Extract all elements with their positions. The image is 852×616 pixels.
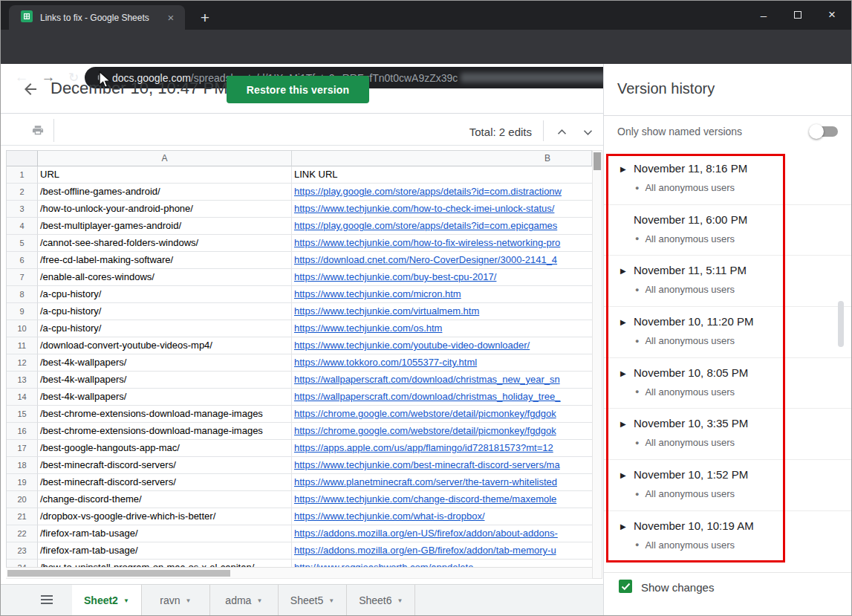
link-url-cell[interactable]: https://www.techjunkie.com/micron.htm (292, 286, 592, 303)
link-url-cell[interactable]: LINK URL (292, 166, 592, 184)
row-number-cell[interactable]: 15 (7, 406, 38, 423)
window-minimize-button[interactable]: – (747, 0, 781, 30)
url-cell[interactable]: /best-minecraft-discord-servers/ (38, 474, 292, 491)
row-number-cell[interactable]: 3 (7, 201, 38, 218)
sheet-tab[interactable]: adma ▼ (210, 585, 279, 616)
link-url-cell[interactable]: https://www.techjunkie.com/what-is-dropb… (292, 508, 592, 525)
link-url-cell[interactable]: https://www.tokkoro.com/1055377-city.htm… (292, 354, 592, 372)
select-all-corner-cell[interactable] (7, 151, 38, 166)
sheet-tab[interactable]: Sheet5 ▼ (279, 585, 347, 616)
link-url-cell[interactable]: https://www.techjunkie.com/how-to-fix-wi… (292, 235, 592, 252)
url-cell[interactable]: /a-cpu-history/ (38, 320, 292, 337)
row-number-cell[interactable]: 16 (7, 423, 38, 440)
sheet-tab[interactable]: Sheet6 ▼ (347, 585, 415, 616)
url-cell[interactable]: /best-minecraft-discord-servers/ (38, 457, 292, 474)
url-cell[interactable]: URL (38, 166, 292, 184)
version-list-item[interactable]: ▶ November 11, 6:00 PM ●All anonymous us… (604, 205, 852, 256)
column-header-a[interactable]: A (38, 151, 292, 166)
expand-arrow-icon[interactable]: ▶ (620, 471, 626, 479)
row-number-cell[interactable]: 10 (7, 320, 38, 337)
row-number-cell[interactable]: 18 (7, 457, 38, 474)
row-number-cell[interactable]: 1 (7, 166, 38, 184)
row-number-cell[interactable]: 14 (7, 389, 38, 406)
url-cell[interactable]: /download-convert-youtube-videos-mp4/ (38, 337, 292, 354)
row-number-cell[interactable]: 13 (7, 372, 38, 389)
all-sheets-menu-icon[interactable] (41, 594, 60, 609)
named-versions-toggle[interactable] (811, 126, 838, 137)
expand-arrow-icon[interactable]: ▶ (620, 522, 626, 531)
url-cell[interactable]: /best-google-hangouts-app-mac/ (38, 440, 292, 457)
expand-arrow-icon[interactable]: ▶ (620, 369, 626, 377)
link-url-cell[interactable]: https://addons.mozilla.org/en-US/firefox… (292, 525, 592, 542)
link-url-cell[interactable]: https://addons.mozilla.org/en-GB/firefox… (292, 542, 592, 560)
row-number-cell[interactable]: 7 (7, 269, 38, 286)
show-changes-checkbox[interactable] (619, 580, 632, 593)
url-cell[interactable]: /enable-all-cores-windows/ (38, 269, 292, 286)
browser-tab[interactable]: Links to fix - Google Sheets × (9, 5, 185, 30)
row-number-cell[interactable]: 21 (7, 508, 38, 525)
link-url-cell[interactable]: https://wallpaperscraft.com/download/chr… (292, 372, 592, 389)
new-tab-button[interactable]: + (195, 7, 215, 28)
sheet-vertical-scrollbar[interactable] (592, 150, 602, 579)
url-cell[interactable]: /a-cpu-history/ (38, 286, 292, 303)
url-cell[interactable]: /firefox-ram-tab-usage/ (38, 542, 292, 560)
row-number-cell[interactable]: 17 (7, 440, 38, 457)
version-list-item[interactable]: ▶ November 10, 11:20 PM ●All anonymous u… (604, 307, 852, 358)
version-list-item[interactable]: ▶ November 10, 3:35 PM ●All anonymous us… (604, 409, 852, 460)
expand-arrow-icon[interactable]: ▶ (620, 267, 626, 275)
link-url-cell[interactable]: https://www.techjunkie.com/youtube-video… (292, 337, 592, 354)
url-cell[interactable]: /best-4k-wallpapers/ (38, 354, 292, 372)
link-url-cell[interactable]: https://www.techjunkie.com/how-to-check-… (292, 201, 592, 218)
url-cell[interactable]: /firefox-ram-tab-usage/ (38, 525, 292, 542)
previous-edit-chevron-up-icon[interactable] (553, 126, 570, 138)
link-url-cell[interactable]: https://www.techjunkie.com/best-minecraf… (292, 457, 592, 474)
link-url-cell[interactable]: https://wallpaperscraft.com/download/chr… (292, 389, 592, 406)
version-list-item[interactable]: ▶ November 11, 5:11 PM ●All anonymous us… (604, 256, 852, 307)
url-cell[interactable]: /best-multiplayer-games-android/ (38, 218, 292, 235)
url-cell[interactable]: /how-to-unlock-your-android-phone/ (38, 201, 292, 218)
restore-version-button[interactable]: Restore this version (227, 76, 369, 103)
row-number-cell[interactable]: 9 (7, 303, 38, 320)
expand-arrow-icon[interactable]: ▶ (620, 165, 626, 173)
column-header-b[interactable]: B (292, 151, 592, 166)
sheet-tab[interactable]: ravn ▼ (142, 585, 210, 616)
window-close-button[interactable]: × (815, 0, 849, 30)
row-number-cell[interactable]: 4 (7, 218, 38, 235)
link-url-cell[interactable]: https://www.techjunkie.com/virtualmem.ht… (292, 303, 592, 320)
link-url-cell[interactable]: https://play.google.com/store/apps/detai… (292, 218, 592, 235)
row-number-cell[interactable]: 6 (7, 252, 38, 269)
row-number-cell[interactable]: 11 (7, 337, 38, 354)
sheet-tab[interactable]: Sheet2 ▼ (72, 585, 142, 616)
version-list-item[interactable]: ▶ November 10, 10:19 AM ●All anonymous u… (604, 511, 852, 562)
row-number-cell[interactable]: 12 (7, 354, 38, 372)
link-url-cell[interactable]: https://download.cnet.com/Nero-CoverDesi… (292, 252, 592, 269)
row-number-cell[interactable]: 22 (7, 525, 38, 542)
link-url-cell[interactable]: https://www.techjunkie.com/change-discor… (292, 491, 592, 508)
link-url-cell[interactable]: https://chrome.google.com/webstore/detai… (292, 406, 592, 423)
horizontal-scrollbar-thumb[interactable] (7, 570, 230, 577)
link-url-cell[interactable]: https://play.google.com/store/apps/detai… (292, 184, 592, 201)
expand-arrow-icon[interactable]: ▶ (620, 420, 626, 428)
version-list-item[interactable]: ▶ November 11, 8:16 PM ●All anonymous us… (604, 154, 852, 205)
url-cell[interactable]: /change-discord-theme/ (38, 491, 292, 508)
print-icon[interactable] (31, 124, 45, 140)
vertical-scrollbar-thumb[interactable] (594, 152, 601, 170)
next-edit-chevron-down-icon[interactable] (579, 126, 596, 138)
url-cell[interactable]: /cannot-see-shared-folders-windows/ (38, 235, 292, 252)
expand-arrow-icon[interactable]: ▶ (620, 318, 626, 326)
version-list-item[interactable]: ▶ November 10, 1:52 PM ●All anonymous us… (604, 460, 852, 511)
tab-close-icon[interactable]: × (164, 11, 178, 24)
row-number-cell[interactable]: 20 (7, 491, 38, 508)
row-number-cell[interactable]: 5 (7, 235, 38, 252)
row-number-cell[interactable]: 19 (7, 474, 38, 491)
link-url-cell[interactable]: https://www.techjunkie.com/buy-best-cpu-… (292, 269, 592, 286)
url-cell[interactable]: /best-4k-wallpapers/ (38, 389, 292, 406)
sheet-horizontal-scrollbar[interactable] (6, 567, 592, 579)
url-cell[interactable]: /a-cpu-history/ (38, 303, 292, 320)
version-list-item[interactable]: ▶ November 10, 8:05 PM ●All anonymous us… (604, 358, 852, 409)
url-cell[interactable]: /best-chrome-extensions-download-manage-… (38, 406, 292, 423)
url-cell[interactable]: /best-chrome-extensions-download-manage-… (38, 423, 292, 440)
link-url-cell[interactable]: https://www.planetminecraft.com/server/t… (292, 474, 592, 491)
panel-scrollbar-thumb[interactable] (838, 301, 844, 347)
url-cell[interactable]: /free-cd-label-making-software/ (38, 252, 292, 269)
